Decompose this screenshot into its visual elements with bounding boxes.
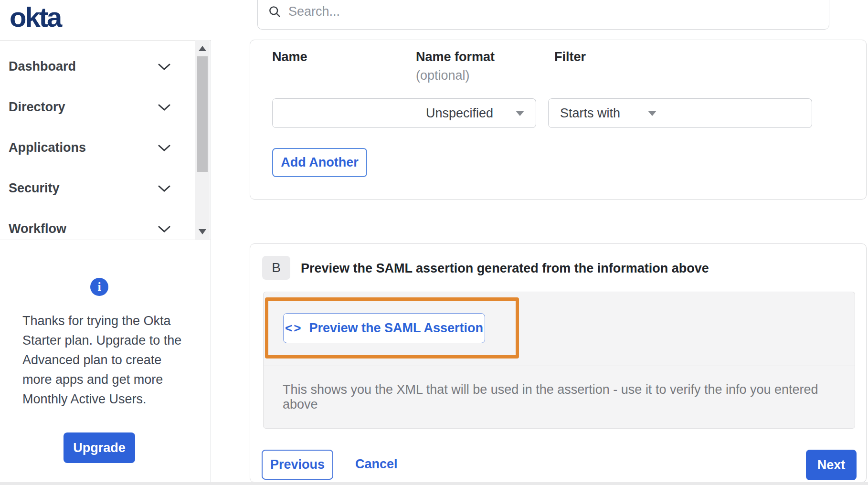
name-format-selected-value: Unspecified	[426, 106, 493, 121]
sidebar-item-label: Applications	[9, 140, 86, 155]
name-input[interactable]	[272, 98, 415, 128]
preview-assertion-card: B Preview the SAML assertion generated f…	[250, 243, 867, 483]
filter-value-input[interactable]	[668, 98, 812, 128]
preview-saml-assertion-label: Preview the SAML Assertion	[309, 321, 483, 336]
name-format-optional-hint: (optional)	[416, 68, 470, 83]
preview-description-text: This shows you the XML that will be used…	[283, 382, 855, 412]
sidebar-item-directory[interactable]: Directory	[0, 87, 195, 127]
sidebar-item-applications[interactable]: Applications	[0, 127, 195, 168]
filter-type-selected-value: Starts with	[560, 106, 620, 121]
global-search[interactable]: Search...	[257, 0, 829, 30]
search-icon	[268, 5, 281, 18]
name-column-header: Name	[272, 50, 307, 64]
chevron-down-icon	[158, 225, 170, 233]
name-format-column-header: Name format	[416, 50, 495, 64]
previous-button[interactable]: Previous	[262, 450, 333, 480]
name-format-select[interactable]: Unspecified	[414, 98, 536, 128]
step-b-badge: B	[262, 256, 290, 280]
sidebar-item-label: Dashboard	[9, 59, 76, 74]
upsell-message: Thanks for trying the Okta Starter plan.…	[22, 311, 187, 409]
filter-column-header: Filter	[554, 50, 586, 64]
next-button[interactable]: Next	[806, 450, 857, 480]
sidebar-nav: Dashboard Directory Applications Securit…	[0, 40, 211, 240]
preview-description-panel: This shows you the XML that will be used…	[263, 366, 855, 429]
sidebar-item-workflow[interactable]: Workflow	[0, 209, 195, 249]
upgrade-button[interactable]: Upgrade	[64, 432, 135, 463]
chevron-down-icon	[158, 104, 170, 111]
code-icon: <>	[285, 321, 302, 336]
scroll-up-arrow-icon[interactable]	[199, 46, 206, 51]
preview-saml-assertion-button[interactable]: <> Preview the SAML Assertion	[283, 313, 485, 343]
sidebar-item-security[interactable]: Security	[0, 168, 195, 209]
sidebar-item-label: Workflow	[9, 221, 66, 236]
dropdown-caret-icon	[648, 111, 656, 116]
chevron-down-icon	[158, 144, 170, 152]
okta-logo: okta	[10, 1, 61, 33]
dropdown-caret-icon	[516, 111, 524, 116]
sidebar-scrollbar[interactable]	[195, 40, 210, 240]
scroll-down-arrow-icon[interactable]	[199, 229, 206, 234]
add-another-button[interactable]: Add Another	[272, 148, 367, 177]
cancel-link[interactable]: Cancel	[355, 457, 398, 472]
attribute-statements-card: Name Name format (optional) Filter Unspe…	[250, 40, 867, 200]
info-icon: i	[90, 278, 108, 296]
sidebar-item-label: Security	[9, 181, 60, 196]
preview-section-heading: Preview the SAML assertion generated fro…	[301, 261, 709, 276]
chevron-down-icon	[158, 63, 170, 71]
sidebar-divider	[211, 40, 211, 482]
sidebar-item-dashboard[interactable]: Dashboard	[0, 46, 195, 87]
page-bottom-strip	[0, 482, 868, 485]
scrollbar-thumb[interactable]	[197, 56, 208, 172]
filter-type-select[interactable]: Starts with	[548, 98, 668, 128]
chevron-down-icon	[158, 185, 170, 192]
sidebar-item-label: Directory	[9, 100, 65, 115]
search-input[interactable]: Search...	[288, 4, 340, 19]
